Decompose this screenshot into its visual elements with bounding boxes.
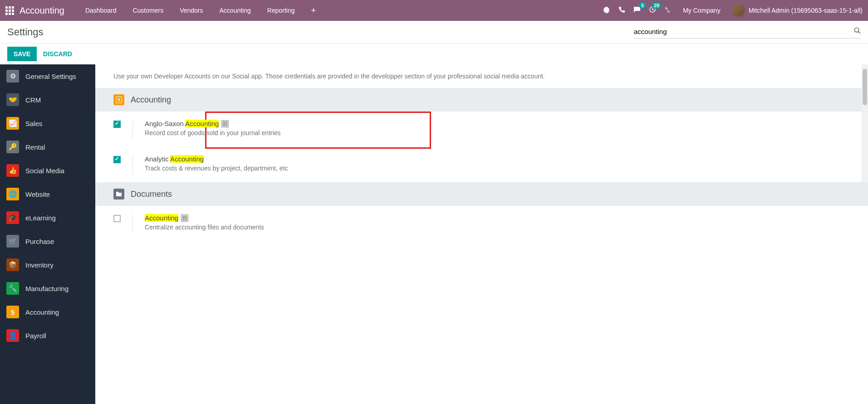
section-documents-header: Documents — [95, 182, 868, 206]
divider — [132, 155, 133, 174]
nav-dashboard[interactable]: Dashboard — [77, 1, 125, 19]
setting-desc: Centralize accounting files and document… — [145, 224, 850, 231]
sidebar-item-label: eLearning — [25, 214, 56, 222]
sidebar-item-elearning[interactable]: 🎓 eLearning — [0, 206, 95, 229]
avatar — [732, 4, 745, 17]
navbar-right: 5 29 My Company Mitchell Admin (15695063… — [603, 4, 863, 17]
divider — [132, 120, 133, 139]
search-wrap — [634, 26, 861, 39]
sidebar-item-label: Accounting — [25, 308, 59, 316]
sidebar-item-website[interactable]: 🌐 Website — [0, 182, 95, 206]
sidebar-item-accounting[interactable]: $ Accounting — [0, 300, 95, 324]
checkbox-analytic[interactable] — [113, 156, 121, 163]
activities-icon[interactable]: 29 — [649, 6, 656, 15]
info-text: Use your own Developer Accounts on our S… — [95, 64, 868, 88]
sidebar-item-inventory[interactable]: 📦 Inventory — [0, 253, 95, 277]
messages-badge: 5 — [639, 2, 646, 9]
svg-point-1 — [854, 28, 858, 32]
sidebar-item-payroll[interactable]: 👤 Payroll — [0, 324, 95, 347]
subheader: Settings — [0, 21, 868, 44]
nav-accounting[interactable]: Accounting — [211, 1, 259, 19]
svg-rect-13 — [185, 219, 186, 219]
apps-icon[interactable] — [5, 6, 14, 15]
activities-badge: 29 — [652, 2, 662, 9]
tools-icon[interactable] — [664, 6, 671, 15]
app-name[interactable]: Accounting — [20, 5, 64, 16]
svg-rect-5 — [224, 122, 225, 123]
documents-section-icon — [113, 189, 124, 200]
setting-content: Analytic Accounting Track costs & revenu… — [145, 155, 850, 172]
svg-rect-7 — [224, 124, 225, 125]
scrollbar-thumb[interactable] — [863, 69, 867, 105]
discard-button[interactable]: DISCARD — [43, 50, 72, 58]
navbar-left: Accounting Dashboard Customers Vendors A… — [5, 0, 324, 21]
svg-rect-10 — [183, 217, 184, 218]
bug-icon[interactable] — [603, 6, 610, 15]
sidebar-item-label: Inventory — [25, 261, 54, 269]
gear-icon: ⚙ — [6, 70, 19, 83]
sidebar-item-label: Sales — [25, 120, 43, 127]
chart-icon: 📈 — [6, 117, 19, 130]
setting-label[interactable]: Analytic Accounting — [145, 155, 850, 163]
search-input[interactable] — [634, 26, 854, 37]
setting-anglo-saxon-wrap: Anglo-Saxon Accounting Record cost of go… — [95, 112, 868, 147]
sidebar-item-label: Manufacturing — [25, 285, 69, 292]
sidebar-item-label: CRM — [25, 96, 41, 104]
setting-analytic: Analytic Accounting Track costs & revenu… — [95, 147, 868, 182]
nav-customers[interactable]: Customers — [124, 1, 172, 19]
key-icon: 🔑 — [6, 141, 19, 153]
main-panel: Use your own Developer Accounts on our S… — [95, 64, 868, 404]
setting-documents-accounting: Accounting Centralize accounting files a… — [95, 206, 868, 241]
checkbox-anglo-saxon[interactable] — [113, 121, 121, 128]
setting-label[interactable]: Accounting — [145, 214, 850, 222]
sidebar-item-label: Payroll — [25, 332, 46, 340]
sidebar-item-label: Purchase — [25, 238, 54, 245]
save-button[interactable]: SAVE — [7, 47, 37, 61]
sidebar-item-purchase[interactable]: 🛒 Purchase — [0, 229, 95, 253]
sidebar-item-label: Website — [25, 190, 50, 198]
page-title: Settings — [7, 26, 44, 38]
svg-rect-12 — [183, 219, 184, 219]
company-icon — [181, 214, 188, 222]
phone-icon[interactable] — [618, 6, 625, 15]
settings-sidebar: ⚙ General Settings 🤝 CRM 📈 Sales 🔑 Renta… — [0, 64, 95, 404]
thumbsup-icon: 👍 — [6, 164, 19, 177]
svg-rect-11 — [185, 217, 186, 218]
search-icon[interactable] — [854, 27, 861, 35]
company-selector[interactable]: My Company — [679, 7, 724, 14]
messages-icon[interactable]: 5 — [633, 6, 641, 15]
section-accounting-header: $ Accounting — [95, 88, 868, 112]
company-icon — [221, 120, 229, 127]
nav-add[interactable]: + — [303, 0, 324, 21]
nav-reporting[interactable]: Reporting — [259, 1, 303, 19]
svg-rect-8 — [226, 124, 226, 125]
setting-content: Anglo-Saxon Accounting Record cost of go… — [145, 120, 850, 136]
sidebar-item-general[interactable]: ⚙ General Settings — [0, 64, 95, 88]
sidebar-item-label: Social Media — [25, 167, 64, 175]
globe-icon: 🌐 — [6, 188, 19, 200]
nav-vendors[interactable]: Vendors — [172, 1, 211, 19]
accounting-section-icon: $ — [113, 94, 124, 105]
user-menu[interactable]: Mitchell Admin (15695063-saas-15-1-all) — [732, 4, 863, 17]
setting-label[interactable]: Anglo-Saxon Accounting — [145, 120, 850, 127]
sidebar-item-social[interactable]: 👍 Social Media — [0, 159, 95, 182]
sidebar-item-rental[interactable]: 🔑 Rental — [0, 135, 95, 159]
sidebar-item-crm[interactable]: 🤝 CRM — [0, 88, 95, 112]
main-navbar: Accounting Dashboard Customers Vendors A… — [0, 0, 868, 21]
sidebar-item-manufacturing[interactable]: 🔧 Manufacturing — [0, 277, 95, 300]
checkbox-documents-accounting[interactable] — [113, 215, 121, 222]
cart-icon: 🛒 — [6, 235, 19, 248]
handshake-icon: 🤝 — [6, 93, 19, 106]
sidebar-item-label: Rental — [25, 143, 45, 151]
divider — [132, 214, 133, 233]
box-icon: 📦 — [6, 258, 19, 271]
setting-desc: Track costs & revenues by project, depar… — [145, 165, 850, 172]
user-name: Mitchell Admin (15695063-saas-15-1-all) — [749, 7, 863, 14]
sidebar-item-label: General Settings — [25, 73, 76, 80]
wrench-icon: 🔧 — [6, 282, 19, 295]
action-bar: SAVE DISCARD — [0, 44, 868, 64]
sidebar-item-sales[interactable]: 📈 Sales — [0, 112, 95, 135]
section-title: Documents — [131, 190, 172, 199]
section-title: Accounting — [131, 95, 171, 105]
content-area: ⚙ General Settings 🤝 CRM 📈 Sales 🔑 Renta… — [0, 64, 868, 404]
